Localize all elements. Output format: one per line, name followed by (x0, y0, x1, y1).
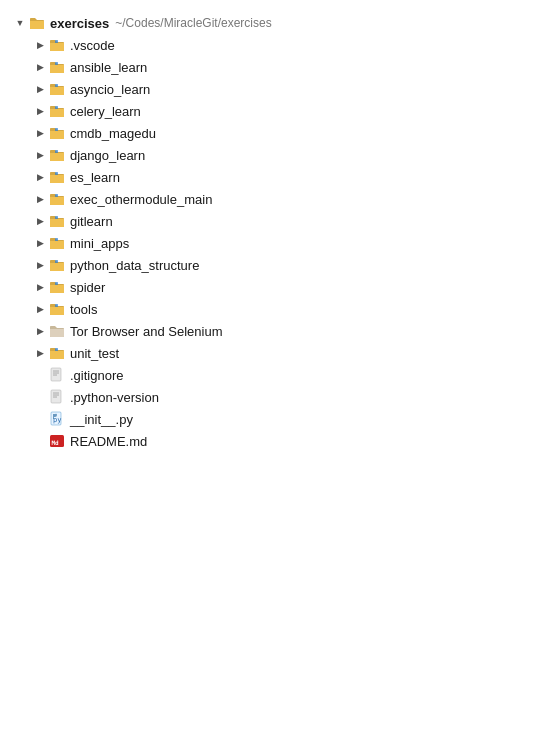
svg-text:Md: Md (52, 439, 60, 446)
folder-icon-mini_apps (48, 234, 66, 252)
file-icon-init_py: py (48, 410, 66, 428)
svg-text:py: py (53, 416, 61, 424)
svg-rect-9 (55, 238, 58, 241)
tree-item-cmdb_magedu[interactable]: cmdb_magedu (8, 122, 554, 144)
folder-icon-spider (48, 278, 66, 296)
item-label-vscode: .vscode (70, 38, 115, 53)
svg-rect-5 (55, 150, 58, 153)
svg-rect-11 (55, 282, 58, 285)
tree-item-asyncio_learn[interactable]: asyncio_learn (8, 78, 554, 100)
item-label-spider: spider (70, 280, 105, 295)
tree-item-tools[interactable]: tools (8, 298, 554, 320)
item-label-unit_test: unit_test (70, 346, 119, 361)
chevron-tor_browser[interactable] (32, 323, 48, 339)
item-label-mini_apps: mini_apps (70, 236, 129, 251)
item-label-es_learn: es_learn (70, 170, 120, 185)
tree-item-mini_apps[interactable]: mini_apps (8, 232, 554, 254)
chevron-exec_othermodule_main[interactable] (32, 191, 48, 207)
item-label-asyncio_learn: asyncio_learn (70, 82, 150, 97)
folder-icon-es_learn (48, 168, 66, 186)
svg-rect-8 (55, 216, 58, 219)
folder-icon-exec_othermodule_main (48, 190, 66, 208)
chevron-spider[interactable] (32, 279, 48, 295)
svg-rect-12 (55, 304, 58, 307)
svg-rect-7 (55, 194, 58, 197)
tree-item-gitignore[interactable]: .gitignore (8, 364, 554, 386)
chevron-unit_test[interactable] (32, 345, 48, 361)
tree-item-gitlearn[interactable]: gitlearn (8, 210, 554, 232)
file-tree: exercises ~/Codes/MiracleGit/exercises .… (0, 12, 554, 452)
svg-rect-6 (55, 172, 58, 175)
chevron-tools[interactable] (32, 301, 48, 317)
folder-icon-vscode (48, 36, 66, 54)
svg-rect-2 (55, 84, 58, 87)
folder-icon-python_data_structure (48, 256, 66, 274)
item-label-tools: tools (70, 302, 97, 317)
root-name: exercises (50, 16, 109, 31)
chevron-mini_apps[interactable] (32, 235, 48, 251)
chevron-es_learn[interactable] (32, 169, 48, 185)
item-label-gitlearn: gitlearn (70, 214, 113, 229)
svg-rect-13 (55, 348, 58, 351)
file-icon-readme: Md (48, 432, 66, 450)
tree-item-tor_browser[interactable]: Tor Browser and Selenium (8, 320, 554, 342)
item-label-django_learn: django_learn (70, 148, 145, 163)
chevron-ansible_learn[interactable] (32, 59, 48, 75)
folder-icon-gitlearn (48, 212, 66, 230)
tree-item-exec_othermodule_main[interactable]: exec_othermodule_main (8, 188, 554, 210)
item-label-gitignore: .gitignore (70, 368, 123, 383)
chevron-cmdb_magedu[interactable] (32, 125, 48, 141)
tree-item-es_learn[interactable]: es_learn (8, 166, 554, 188)
root-chevron[interactable] (12, 15, 28, 31)
tree-item-vscode[interactable]: .vscode (8, 34, 554, 56)
file-icon-python_version (48, 388, 66, 406)
svg-rect-0 (55, 40, 58, 43)
item-label-tor_browser: Tor Browser and Selenium (70, 324, 222, 339)
tree-children: .vscode ansible_learn asyncio_learn cele… (8, 34, 554, 452)
root-path: ~/Codes/MiracleGit/exercises (115, 16, 271, 30)
svg-rect-1 (55, 62, 58, 65)
chevron-celery_learn[interactable] (32, 103, 48, 119)
tree-item-readme[interactable]: Md README.md (8, 430, 554, 452)
item-label-ansible_learn: ansible_learn (70, 60, 147, 75)
item-label-celery_learn: celery_learn (70, 104, 141, 119)
chevron-vscode[interactable] (32, 37, 48, 53)
chevron-python_data_structure[interactable] (32, 257, 48, 273)
item-label-cmdb_magedu: cmdb_magedu (70, 126, 156, 141)
folder-icon-ansible_learn (48, 58, 66, 76)
item-label-python_version: .python-version (70, 390, 159, 405)
file-icon-gitignore (48, 366, 66, 384)
item-label-exec_othermodule_main: exec_othermodule_main (70, 192, 212, 207)
folder-icon-tor_browser (48, 322, 66, 340)
tree-item-django_learn[interactable]: django_learn (8, 144, 554, 166)
folder-icon-celery_learn (48, 102, 66, 120)
folder-icon-cmdb_magedu (48, 124, 66, 142)
chevron-django_learn[interactable] (32, 147, 48, 163)
folder-icon-tools (48, 300, 66, 318)
chevron-gitlearn[interactable] (32, 213, 48, 229)
tree-item-python_version[interactable]: .python-version (8, 386, 554, 408)
svg-rect-4 (55, 128, 58, 131)
folder-icon-unit_test (48, 344, 66, 362)
tree-item-init_py[interactable]: py __init__.py (8, 408, 554, 430)
tree-item-spider[interactable]: spider (8, 276, 554, 298)
item-label-init_py: __init__.py (70, 412, 133, 427)
tree-item-ansible_learn[interactable]: ansible_learn (8, 56, 554, 78)
folder-icon-asyncio_learn (48, 80, 66, 98)
folder-icon-django_learn (48, 146, 66, 164)
svg-rect-3 (55, 106, 58, 109)
item-label-python_data_structure: python_data_structure (70, 258, 199, 273)
tree-item-celery_learn[interactable]: celery_learn (8, 100, 554, 122)
tree-item-unit_test[interactable]: unit_test (8, 342, 554, 364)
svg-rect-10 (55, 260, 58, 263)
item-label-readme: README.md (70, 434, 147, 449)
chevron-asyncio_learn[interactable] (32, 81, 48, 97)
root-folder-icon (28, 14, 46, 32)
tree-root-item[interactable]: exercises ~/Codes/MiracleGit/exercises (8, 12, 554, 34)
tree-item-python_data_structure[interactable]: python_data_structure (8, 254, 554, 276)
